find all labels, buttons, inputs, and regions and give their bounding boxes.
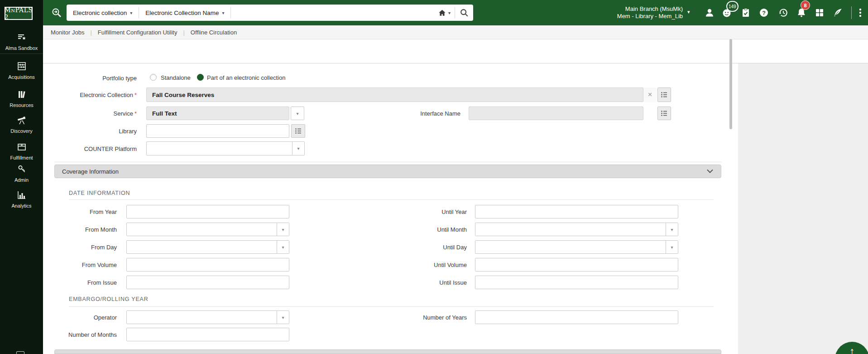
electronic-collection-label: Electronic Collection* <box>36 92 137 98</box>
service-field[interactable]: Full Text <box>146 107 289 120</box>
library-lookup-button[interactable] <box>291 124 305 138</box>
radio-part-of-electronic-collection[interactable] <box>197 74 204 81</box>
embargo-rolling-year-heading: EMBARGO/ROLLING YEAR <box>69 296 149 302</box>
divider <box>69 306 714 307</box>
search-bar[interactable]: Electronic collection ▾ Electronic Colle… <box>67 5 473 21</box>
recent-history-icon[interactable] <box>778 7 789 18</box>
from-month-select[interactable]: ▾ <box>126 223 289 236</box>
until-issue-label: Until Issue <box>367 279 467 286</box>
quicklink-monitor-jobs[interactable]: Monitor Jobs <box>51 29 84 36</box>
quick-links-bar: Monitor Jobs | Fulfillment Configuration… <box>43 25 868 39</box>
search-home-scope-button[interactable]: ▾ <box>434 5 455 21</box>
app-switcher-grid-icon[interactable] <box>814 7 825 18</box>
chevron-down-icon: ▾ <box>130 10 132 15</box>
vertical-scrollbar-thumb[interactable] <box>729 39 732 129</box>
library-input[interactable] <box>146 124 289 138</box>
required-asterisk: * <box>134 110 137 117</box>
counter-platform-combobox[interactable]: ▾ <box>146 141 305 155</box>
sidebar-item-analytics[interactable]: Analytics <box>0 190 43 209</box>
radio-part-of-electronic-collection-label[interactable]: Part of an electronic collection <box>207 74 285 81</box>
scroll-to-top-button[interactable]: ↑ <box>835 342 868 354</box>
until-issue-input[interactable] <box>475 276 678 289</box>
box-icon <box>17 142 27 152</box>
location-line-1: Main Branch (MsuMk) <box>617 5 683 13</box>
service-dropdown-button[interactable]: ▾ <box>291 107 304 120</box>
library-label: Library <box>36 128 137 135</box>
sidebar-item-fulfillment[interactable]: Fulfillment <box>0 142 43 160</box>
until-month-dropdown-button[interactable]: ▾ <box>666 223 678 236</box>
kebab-menu-icon[interactable] <box>855 7 866 18</box>
search-submit-button[interactable] <box>455 5 473 21</box>
divider <box>851 6 852 19</box>
telescope-icon <box>17 115 27 125</box>
feedback-window-icon[interactable] <box>16 351 24 354</box>
interface-name-lookup-button[interactable] <box>657 107 671 120</box>
from-month-dropdown-button[interactable]: ▾ <box>277 223 289 236</box>
divider <box>0 53 43 54</box>
until-volume-input[interactable] <box>475 258 678 272</box>
from-day-select[interactable]: ▾ <box>126 240 289 254</box>
from-year-input[interactable] <box>126 205 289 218</box>
operator-dropdown-button[interactable]: ▾ <box>277 311 289 324</box>
tasks-clipboard-icon[interactable] <box>740 7 751 18</box>
persistent-search-icon[interactable] <box>51 7 62 18</box>
until-volume-label: Until Volume <box>367 262 467 268</box>
list-icon <box>295 127 302 135</box>
from-issue-input[interactable] <box>126 276 289 289</box>
key-icon <box>17 164 27 174</box>
sidebar: MnPALS 2 Alma Sandbox Acquisitions Resou… <box>0 0 43 354</box>
sidebar-item-label: Admin <box>0 177 43 183</box>
electronic-collection-field[interactable]: Fall Course Reserves <box>146 87 643 102</box>
sidebar-item-resources[interactable]: Resources <box>0 89 43 108</box>
search-input[interactable] <box>231 5 434 21</box>
sidebar-item-acquisitions[interactable]: Acquisitions <box>0 61 43 80</box>
help-icon[interactable]: ? <box>758 7 769 18</box>
next-section-bar[interactable] <box>54 349 721 354</box>
operator-select[interactable]: ▾ <box>126 310 289 324</box>
sidebar-item-alma-sandbox[interactable]: Alma Sandbox <box>0 32 43 51</box>
location-line-2: Mem - Library - Mem_Lib <box>617 13 683 20</box>
coverage-information-section-bar[interactable]: Coverage Information <box>54 165 721 178</box>
number-of-months-input[interactable] <box>126 328 289 341</box>
counter-platform-dropdown-button[interactable]: ▾ <box>292 142 304 155</box>
quill-signature-icon[interactable] <box>832 7 843 18</box>
sidebar-item-admin[interactable]: Admin <box>0 164 43 183</box>
until-day-select[interactable]: ▾ <box>475 240 678 254</box>
chevron-down-icon: ▾ <box>282 315 284 320</box>
from-day-dropdown-button[interactable]: ▾ <box>277 241 289 253</box>
required-asterisk: * <box>134 92 137 98</box>
counter-platform-input[interactable] <box>147 142 292 155</box>
electronic-collection-lookup-button[interactable] <box>657 87 671 102</box>
chevron-down-icon[interactable]: ▾ <box>687 9 690 15</box>
until-day-dropdown-button[interactable]: ▾ <box>666 241 678 253</box>
list-icon <box>661 91 668 98</box>
quicklink-fulfillment-configuration-utility[interactable]: Fulfillment Configuration Utility <box>98 29 177 36</box>
chevron-down-icon: ▾ <box>297 146 299 151</box>
sandbox-icon <box>17 32 27 42</box>
chevron-down-icon <box>706 169 714 174</box>
service-label: Service* <box>36 110 137 117</box>
radio-standalone-label[interactable]: Standalone <box>161 74 191 81</box>
sidebar-item-label: Alma Sandbox <box>0 45 43 51</box>
quicklink-offline-circulation[interactable]: Offline Circulation <box>191 29 237 36</box>
radio-standalone[interactable] <box>150 74 157 81</box>
until-month-select[interactable]: ▾ <box>475 223 678 236</box>
close-icon: × <box>648 90 652 99</box>
sidebar-item-label: Resources <box>0 102 43 108</box>
from-volume-input[interactable] <box>126 258 289 272</box>
until-year-input[interactable] <box>475 205 678 218</box>
current-location-selector[interactable]: Main Branch (MsuMk) Mem - Library - Mem_… <box>617 5 683 20</box>
sidebar-item-discovery[interactable]: Discovery <box>0 115 43 134</box>
search-scope-dropdown[interactable]: Electronic collection ▾ <box>67 5 139 21</box>
number-of-years-input[interactable] <box>475 310 678 324</box>
home-icon <box>438 9 446 17</box>
svg-text:?: ? <box>762 10 766 16</box>
until-year-label: Until Year <box>367 209 467 215</box>
clear-electronic-collection-button[interactable]: × <box>643 87 657 102</box>
divider <box>54 162 722 162</box>
interface-name-field[interactable] <box>469 107 643 120</box>
divider <box>69 199 714 200</box>
user-menu-icon[interactable] <box>704 7 715 18</box>
search-index-dropdown[interactable]: Electronic Collection Name ▾ <box>139 5 230 21</box>
portfolio-type-label: Portfolio type <box>36 75 137 82</box>
